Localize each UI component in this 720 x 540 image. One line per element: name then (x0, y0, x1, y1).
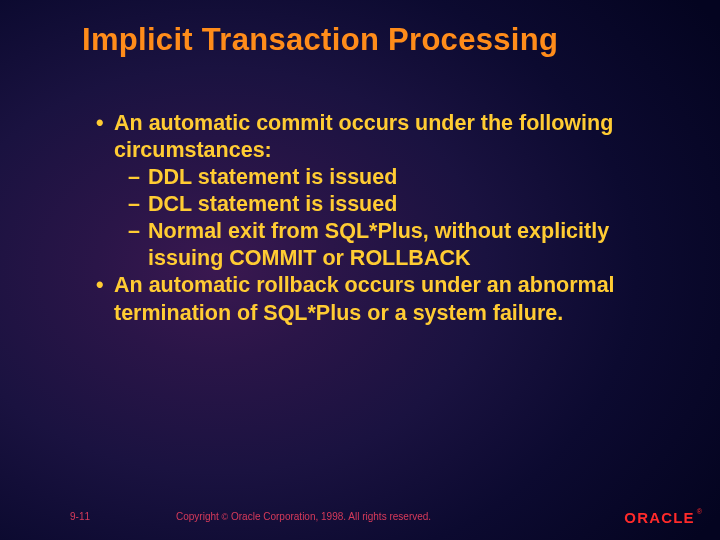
registered-trademark-icon: ® (697, 508, 702, 515)
bullet-level2: DCL statement is issued (96, 191, 660, 218)
oracle-logo: ORACLE® (624, 509, 702, 526)
copyright-post: Oracle Corporation, 1998. All rights res… (228, 511, 431, 522)
slide-content: An automatic commit occurs under the fol… (0, 58, 720, 327)
bullet-level2: Normal exit from SQL*Plus, without expli… (96, 218, 660, 272)
slide: Implicit Transaction Processing An autom… (0, 0, 720, 540)
slide-title: Implicit Transaction Processing (0, 0, 720, 58)
bullet-level2: DDL statement is issued (96, 164, 660, 191)
bullet-level1: An automatic rollback occurs under an ab… (96, 272, 660, 326)
page-number: 9-11 (70, 511, 90, 522)
slide-footer: 9-11 Copyright © Oracle Corporation, 199… (0, 511, 720, 522)
bullet-level1: An automatic commit occurs under the fol… (96, 110, 660, 164)
oracle-logo-text: ORACLE (624, 509, 695, 526)
copyright-text: Copyright © Oracle Corporation, 1998. Al… (176, 511, 431, 522)
copyright-pre: Copyright (176, 511, 222, 522)
